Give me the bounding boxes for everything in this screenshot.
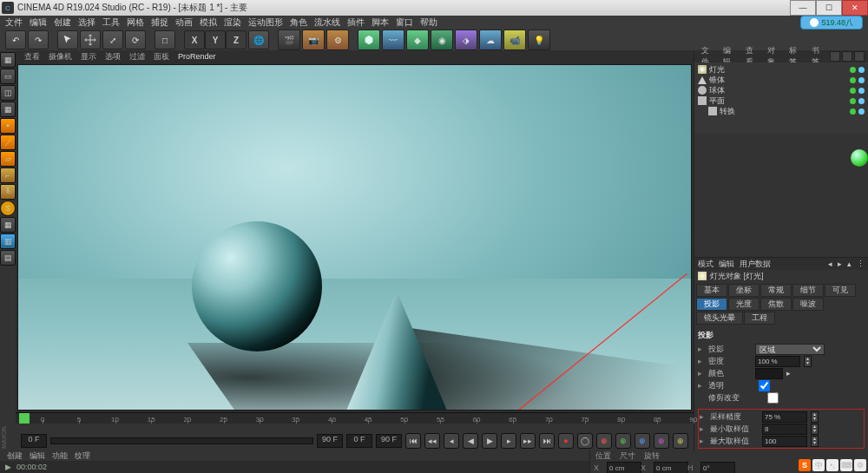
deformer-button[interactable]: ⬗ (455, 30, 477, 50)
menu-edit[interactable]: 编辑 (30, 16, 47, 29)
goto-start-button[interactable]: ⏮ (405, 433, 421, 449)
next-key-button[interactable]: ▸▸ (520, 433, 536, 449)
attrib-tab[interactable]: 基本 (696, 284, 727, 297)
axis-y-toggle[interactable]: Y (205, 30, 226, 49)
menu-window[interactable]: 窗口 (396, 16, 413, 29)
menu-tools[interactable]: 工具 (102, 16, 120, 29)
environment-button[interactable]: ☁ (479, 30, 502, 50)
attrib-tab[interactable]: 投影 (696, 298, 727, 311)
render-pv-button[interactable]: 📷 (302, 30, 325, 50)
om-search-icon[interactable] (830, 51, 840, 62)
record-button[interactable]: ● (558, 433, 574, 449)
floating-widget-icon[interactable] (851, 149, 868, 167)
vp-panel[interactable]: 面板 (154, 51, 169, 62)
menu-script[interactable]: 脚本 (372, 16, 389, 29)
density-field[interactable]: 100 % (755, 356, 800, 367)
frame-end-field[interactable]: 90 F (317, 434, 343, 448)
ime-punct-icon[interactable]: •, (826, 459, 838, 471)
ime-cn-icon[interactable]: 中 (812, 459, 825, 471)
vp-prorender[interactable]: ProRender (178, 52, 216, 61)
attrib-tab[interactable]: 镜头光晕 (696, 312, 743, 325)
ime-badge[interactable]: S 中 •, ⌨ ⚙ (799, 459, 866, 471)
attrib-tab[interactable]: 噪波 (792, 298, 824, 311)
mat-tab-texture[interactable]: 纹理 (75, 450, 90, 462)
shadow-type-select[interactable]: 区域 (755, 344, 825, 355)
attrib-tab[interactable]: 坐标 (728, 284, 760, 297)
prev-key-button[interactable]: ◂◂ (424, 433, 440, 449)
vp-options[interactable]: 选项 (105, 51, 121, 62)
vp-camera[interactable]: 摄像机 (49, 51, 72, 62)
menu-plugins[interactable]: 插件 (347, 16, 365, 29)
om-filter-icon[interactable] (842, 51, 852, 62)
coord-system-button[interactable]: 🌐 (248, 30, 269, 49)
rot-h-field[interactable] (700, 462, 735, 473)
am-tab-edit[interactable]: 编辑 (719, 259, 734, 270)
render-view-button[interactable]: 🎬 (278, 30, 300, 50)
menu-mesh[interactable]: 网格 (127, 16, 144, 29)
timeline-scrollbar[interactable] (50, 437, 313, 444)
object-manager[interactable]: 灯光锥体球体平面转换 (694, 62, 868, 134)
attrib-tab[interactable]: 可见 (825, 284, 856, 297)
scale-tool[interactable]: ⤢ (102, 30, 123, 49)
redo-button[interactable]: ↷ (28, 30, 49, 49)
key-scale-button[interactable]: ⊕ (615, 433, 631, 449)
shadow-param-row[interactable]: ▸采样精度75 %▴▾ (700, 411, 863, 423)
rotate-tool[interactable]: ⟳ (125, 30, 146, 49)
texture-mode-button[interactable]: ◫ (0, 85, 16, 101)
shadow-param-row[interactable]: ▸最大取样值100▴▾ (700, 435, 863, 447)
edge-mode-button[interactable]: ／ (0, 135, 16, 150)
mat-tab-create[interactable]: 创建 (7, 450, 23, 462)
range-end-field[interactable]: 90 F (376, 434, 402, 448)
menu-create[interactable]: 创建 (54, 16, 71, 29)
snap-toggle[interactable]: S (0, 200, 16, 216)
menu-snap[interactable]: 捕捉 (151, 16, 168, 29)
render-region-button[interactable]: ▤ (0, 250, 16, 266)
model-mode-button[interactable]: ▭ (0, 69, 16, 84)
render-settings-button[interactable]: ⚙ (326, 30, 349, 50)
generator2-button[interactable]: ◉ (431, 30, 453, 50)
menu-animate[interactable]: 动画 (175, 16, 193, 29)
am-nav-up-icon[interactable]: ▴ (847, 259, 852, 268)
camera-button[interactable]: 📹 (503, 30, 526, 50)
am-nav-back-icon[interactable]: ◂ (828, 259, 832, 268)
tweak-button[interactable]: ╚ (0, 184, 16, 200)
window-max-button[interactable]: ☐ (816, 0, 842, 16)
coord-x-field[interactable] (607, 462, 641, 473)
om-item[interactable]: 球体 (698, 85, 865, 95)
move-tool[interactable] (80, 30, 101, 49)
axis-z-toggle[interactable]: Z (226, 30, 247, 49)
attrib-tab[interactable]: 常规 (760, 284, 792, 297)
play-button[interactable]: ▶ (482, 433, 497, 449)
color-swatch[interactable] (755, 368, 783, 379)
recent-tool[interactable]: □ (155, 30, 175, 49)
density-spinner[interactable]: ▴▾ (804, 356, 812, 367)
menu-character[interactable]: 角色 (290, 16, 307, 29)
select-tool[interactable] (57, 30, 78, 49)
am-tab-mode[interactable]: 模式 (698, 259, 713, 270)
om-item[interactable]: 转换 (698, 106, 865, 116)
goto-end-button[interactable]: ⏭ (539, 433, 555, 449)
window-close-button[interactable]: ✕ (842, 0, 868, 16)
next-frame-button[interactable]: ▸ (501, 433, 516, 449)
workplane-button[interactable]: ▦ (0, 102, 16, 117)
am-menu-icon[interactable]: ⋮ (857, 259, 865, 268)
range-start-field[interactable]: 0 F (346, 434, 372, 448)
play-back-button[interactable]: ◀ (463, 433, 478, 449)
vp-filter[interactable]: 过滤 (129, 51, 145, 62)
autokey-button[interactable]: ◯ (577, 433, 593, 449)
coord-tab-size[interactable]: 尺寸 (620, 450, 635, 461)
om-item[interactable]: 平面 (698, 95, 865, 106)
undo-button[interactable]: ↶ (5, 30, 26, 49)
menu-render[interactable]: 渲染 (224, 16, 241, 29)
size-x-field[interactable] (654, 462, 688, 473)
frame-start-field[interactable]: 0 F (21, 434, 47, 448)
axis-mode-button[interactable]: ⌐ (0, 168, 16, 183)
mat-tab-function[interactable]: 功能 (52, 450, 68, 462)
playhead[interactable] (19, 413, 30, 424)
om-item[interactable]: 锥体 (698, 75, 865, 85)
make-editable-button[interactable]: ▦ (0, 52, 16, 68)
attrib-tab[interactable]: 光度 (728, 298, 760, 311)
point-mode-button[interactable]: • (0, 118, 16, 134)
menu-mograph[interactable]: 运动图形 (248, 16, 283, 29)
coord-tab-pos[interactable]: 位置 (595, 450, 611, 461)
